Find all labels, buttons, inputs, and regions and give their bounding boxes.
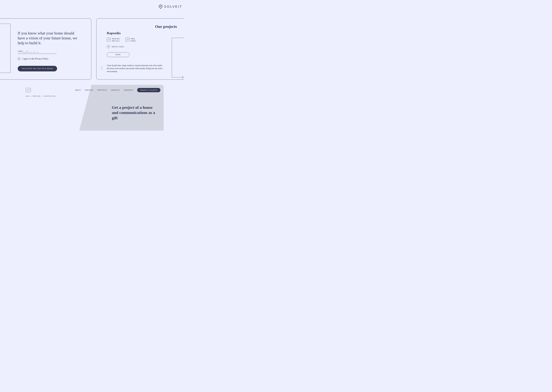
brand-name: SOLVEIT [164,5,182,8]
nav-research[interactable]: RESEARCH [124,89,133,91]
image-placeholder-right [172,38,184,77]
status-label: Status [131,38,135,40]
watch-video-label: WATCH VIDEO [112,46,124,48]
check-icon [18,57,20,60]
more-button[interactable]: MORE [107,52,129,57]
site-logo-placeholder[interactable] [26,88,31,92]
crumb-main[interactable]: MAIN [26,95,30,97]
website-preview-card: ABOUT SERVICES PORTFOLIO CONTACTS RESEAR… [23,85,163,131]
image-placeholder-icon [126,38,129,41]
status-meta: Status Rented [126,38,135,42]
svg-point-2 [29,89,29,90]
chevron-left-icon[interactable] [101,66,103,70]
breadcrumb: MAIN ▸ SERVICES ▸ CONSTRUCTION [26,95,56,97]
project-name: Rapsodia [107,31,176,35]
main-nav: ABOUT SERVICES PORTFOLIO CONTACTS RESEAR… [75,88,160,92]
image-placeholder-left [0,24,10,73]
privacy-checkbox-row[interactable]: I agree to the Privacy Policy [18,57,82,60]
projects-card: Our projects Rapsodia House area: 533,1 … [96,18,184,80]
small-box: C [182,76,184,79]
projects-section-title: Our projects [96,24,177,29]
svg-point-1 [128,39,128,39]
nav-about[interactable]: ABOUT [75,89,81,91]
phone-input[interactable] [18,50,57,54]
crumb-services[interactable]: SERVICES [33,95,40,97]
nav-contacts[interactable]: CONTACTS [111,89,120,91]
play-icon [107,45,110,48]
area-label: House area: [112,38,120,40]
headline: If you know what your home should have a… [18,31,82,45]
image-placeholder-icon [107,38,111,41]
calculate-button[interactable]: CALCULATE THE COST OF A HOUSE [18,66,57,71]
breadcrumb-separator-icon: ▸ [42,96,42,97]
breadcrumb-separator-icon: ▸ [31,96,32,97]
project-description: Clear facade lines, large windows, natur… [107,64,164,73]
svg-point-0 [109,39,109,39]
crumb-construction[interactable]: CONSTRUCTION [43,95,56,97]
logo-icon [159,4,163,9]
area-value: 533,1 sq. m. [112,40,120,42]
request-callback-button[interactable]: REQUEST A CALLBACK [137,88,160,92]
watch-video-button[interactable]: WATCH VIDEO [107,45,176,48]
cost-calculation-card: If you know what your home should have a… [0,18,91,80]
area-meta: House area: 533,1 sq. m. [107,38,120,42]
status-value: Rented [131,40,135,42]
privacy-label: I agree to the Privacy Policy [22,57,49,60]
nav-portfolio[interactable]: PORTFOLIO [97,89,107,91]
nav-services[interactable]: SERVICES [85,89,93,91]
hero-headline: Get a project of a house and communicati… [112,105,158,120]
brand-logo: SOLVEIT [159,4,182,9]
